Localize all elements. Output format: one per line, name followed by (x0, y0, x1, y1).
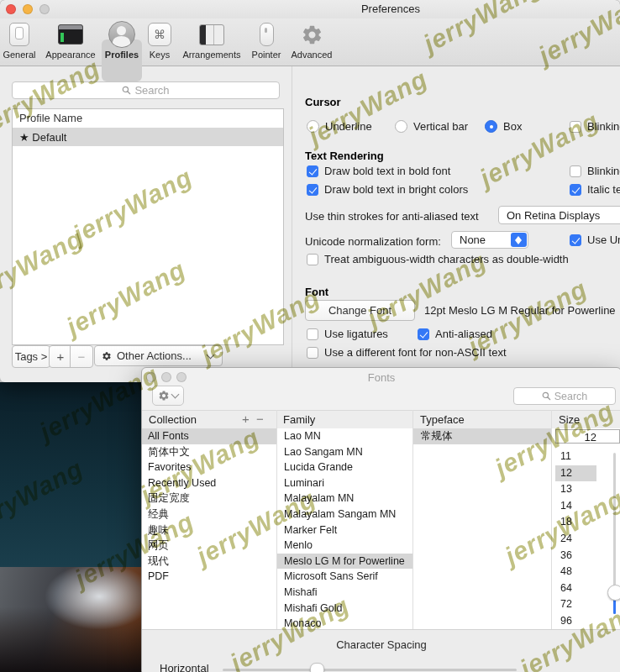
size-row[interactable]: 24 (555, 531, 596, 548)
size-row[interactable]: 11 (555, 449, 596, 465)
collection-row[interactable]: 现代 (142, 554, 276, 570)
checkbox-icon[interactable] (307, 165, 318, 177)
family-row[interactable]: Mishafi Gold (277, 601, 412, 617)
checkbox-use-ligatures[interactable]: Use ligatures (307, 328, 388, 340)
window-title: Preferences (311, 3, 470, 15)
family-row[interactable]: Mishafi (277, 585, 412, 601)
checkbox-antialiased[interactable]: Anti-aliased (418, 328, 492, 340)
typeface-list: 常规体 (413, 428, 551, 629)
size-list: 1112131418243648647296 (555, 449, 596, 629)
family-row[interactable]: Malayalam Sangam MN (277, 507, 412, 522)
family-row[interactable]: Lao Sangam MN (277, 444, 412, 460)
toolbar-item-advanced[interactable]: Advanced (276, 20, 347, 60)
other-actions-dropdown[interactable]: Other Actions... (94, 345, 223, 366)
family-row[interactable]: Microsoft Sans Serif (277, 569, 412, 585)
size-row[interactable]: 72 (555, 596, 596, 613)
radio-icon[interactable] (395, 120, 407, 133)
add-collection-button[interactable]: + (239, 411, 252, 428)
checkbox-icon[interactable] (418, 328, 429, 340)
checkbox-icon[interactable] (307, 328, 318, 340)
font-search-input[interactable]: Search (513, 387, 616, 405)
collection-row[interactable]: 网页 (142, 538, 276, 554)
checkbox-icon[interactable] (570, 121, 581, 133)
size-row[interactable]: 96 (555, 613, 596, 629)
remove-collection-button[interactable]: − (254, 411, 266, 428)
close-button[interactable] (6, 4, 16, 14)
size-input[interactable]: 12 (555, 429, 620, 444)
tags-button[interactable]: Tags > (12, 345, 50, 368)
size-row[interactable]: 14 (555, 498, 596, 515)
checkbox-icon[interactable] (307, 347, 318, 359)
checkbox-icon[interactable] (570, 234, 581, 246)
checkbox-nonascii-font[interactable]: Use a different font for non-ASCII text (307, 346, 507, 359)
family-row[interactable]: Malayalam MN (277, 491, 412, 507)
collection-row[interactable]: 固定宽度 (142, 491, 276, 507)
search-placeholder: Search (134, 84, 169, 97)
remove-profile-button[interactable]: − (70, 345, 93, 368)
family-row[interactable]: Luminari (277, 475, 412, 491)
chevron-down-icon (207, 350, 215, 359)
collection-row[interactable]: Favorites (142, 459, 276, 475)
radio-icon[interactable] (485, 120, 497, 133)
collection-row[interactable]: PDF (142, 569, 276, 585)
size-row[interactable]: 36 (555, 548, 596, 564)
checkbox-draw-bold[interactable]: Draw bold text in bold font (307, 165, 450, 177)
collection-row[interactable]: 经典 (142, 507, 276, 522)
size-slider-fill (613, 599, 616, 614)
text-rendering-heading: Text Rendering (305, 150, 384, 162)
size-slider-thumb[interactable] (607, 585, 620, 601)
checkbox-icon[interactable] (307, 254, 318, 265)
size-row[interactable]: 48 (555, 564, 596, 580)
pane-divider (292, 66, 292, 381)
collection-row[interactable]: Recently Used (142, 475, 276, 491)
size-row[interactable]: 13 (555, 481, 596, 498)
checkbox-icon[interactable] (570, 184, 581, 196)
fonts-bottom-bar: Character Spacing Horizontal (142, 629, 620, 672)
horizontal-slider-track[interactable] (223, 669, 517, 671)
search-icon (542, 391, 551, 401)
family-header: Family (283, 411, 315, 428)
size-row[interactable]: 18 (555, 514, 596, 531)
checkbox-icon[interactable] (307, 184, 318, 196)
family-row[interactable]: Monaco (277, 616, 412, 629)
thin-strokes-popup[interactable]: On Retina Displays (498, 206, 620, 224)
checkbox-use-unicode[interactable]: Use Unicode (570, 234, 620, 246)
radio-icon[interactable] (307, 120, 319, 133)
family-row[interactable]: Lao MN (277, 428, 412, 444)
family-row[interactable]: Meslo LG M for Powerline (277, 554, 412, 570)
size-row[interactable]: 12 (555, 465, 596, 482)
radio-underline[interactable]: Underline (307, 120, 372, 133)
gear-icon (102, 351, 112, 361)
typeface-row[interactable]: 常规体 (413, 428, 551, 444)
checkbox-italic-text[interactable]: Italic text (570, 183, 620, 196)
font-heading: Font (305, 286, 328, 298)
family-row[interactable]: Menlo (277, 538, 412, 554)
size-row[interactable]: 64 (555, 580, 596, 597)
minimize-button[interactable] (23, 4, 33, 14)
family-row[interactable]: Lucida Grande (277, 459, 412, 475)
family-row[interactable]: Marker Felt (277, 522, 412, 538)
font-actions-dropdown[interactable] (152, 386, 184, 406)
checkbox-blinking-cursor[interactable]: Blinking (570, 120, 620, 133)
typeface-header: Typeface (420, 411, 465, 428)
collection-row[interactable]: 趣味 (142, 522, 276, 538)
cursor-heading: Cursor (305, 96, 341, 108)
radio-vertical-bar[interactable]: Vertical bar (395, 120, 468, 133)
add-profile-button[interactable]: + (49, 345, 72, 368)
collection-row[interactable]: 简体中文 (142, 444, 276, 460)
character-spacing-heading: Character Spacing (142, 638, 620, 651)
radio-box[interactable]: Box (485, 120, 522, 133)
checkbox-blinking-text[interactable]: Blinking (570, 165, 620, 177)
profile-row[interactable]: ★ Default (13, 129, 283, 146)
profile-search-input[interactable]: Search (12, 81, 280, 99)
change-font-button[interactable]: Change Font (305, 300, 415, 321)
checkbox-ambiguous-width[interactable]: Treat ambiguous-width characters as doub… (307, 253, 569, 265)
horizontal-slider-thumb[interactable] (310, 663, 324, 672)
checkbox-icon[interactable] (570, 165, 581, 177)
checkbox-bright-colors[interactable]: Draw bold text in bright colors (307, 183, 468, 196)
zoom-button[interactable] (39, 4, 50, 14)
chevron-down-icon (171, 391, 180, 399)
unicode-form-popup[interactable]: None (451, 231, 528, 249)
collection-row[interactable]: All Fonts (142, 428, 276, 444)
window-title: Fonts (142, 371, 620, 384)
